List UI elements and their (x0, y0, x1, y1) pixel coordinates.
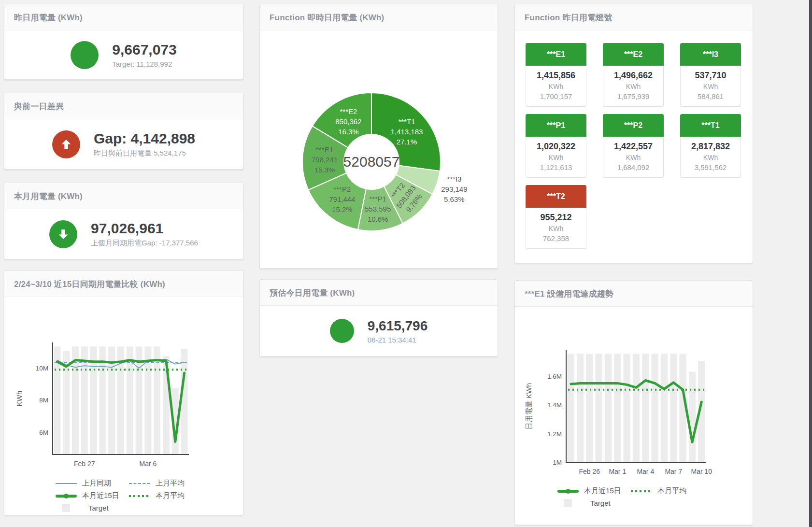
svg-text:1M: 1M (553, 459, 562, 466)
panel-yesterday-usage: 昨日用電量 (KWh) 9,667,073 Target: 11,128,992 (4, 4, 243, 80)
tile-unit: KWh (682, 83, 739, 90)
legend-dots-swatch (631, 490, 652, 492)
stat-subtext: 上個月同期用電Gap: -17,377,566 (91, 239, 198, 248)
tile-header-label: ***E2 (603, 43, 664, 66)
device-tile: ***I3537,710KWh584,861 (680, 43, 741, 107)
tile-body: 1,496,662KWh1,675,939 (603, 66, 664, 107)
trend-line-chart: 1M1.2M1.4M1.6MFeb 26Mar 1Mar 4Mar 7Mar 1… (519, 343, 731, 484)
svg-text:Feb 26: Feb 26 (579, 468, 600, 475)
tile-target: 1,684,092 (605, 163, 662, 171)
panel-title: 昨日用電量 (KWh) (4, 4, 243, 30)
device-tile: ***T12,817,832KWh3,591,562 (680, 114, 741, 178)
tile-unit: KWh (605, 83, 662, 90)
tile-unit: KWh (527, 225, 584, 232)
panel-title: Function 昨日用電燈號 (515, 4, 753, 30)
tile-unit: KWh (527, 83, 584, 90)
tile-unit: KWh (682, 154, 739, 161)
legend-box-swatch (564, 499, 572, 507)
tile-unit: KWh (527, 154, 584, 161)
stat-value: 9,615,796 (368, 318, 428, 334)
legend-item: 本月近15日 (557, 486, 631, 496)
legend-label: 本月平均 (156, 491, 185, 500)
tile-target: 762,358 (527, 234, 584, 242)
legend-item: 上月平均 (129, 479, 243, 488)
tile-body: 1,422,557KWh1,684,092 (603, 137, 664, 178)
tile-body: 955,212KWh762,358 (526, 208, 586, 249)
legend-thick-swatch (557, 490, 579, 493)
legend-dash-swatch (129, 483, 150, 484)
device-tiles-grid: ***E11,415,856KWh1,700,157***E21,496,662… (515, 30, 753, 249)
svg-text:1.2M: 1.2M (547, 430, 562, 438)
legend-dots-swatch (129, 495, 150, 497)
svg-text:KWh: KWh (15, 391, 23, 407)
stat-content: 9,615,796 06-21 15:34:41 (260, 306, 498, 356)
tile-header-label: ***P1 (526, 114, 586, 137)
stat-content: Gap: 4,142,898 昨日與前日用電量 5,524,175 (4, 119, 243, 169)
panel-title: Function 即時日用電量 (KWh) (260, 4, 498, 30)
legend-thick-swatch (56, 495, 77, 498)
tile-value: 537,710 (682, 71, 739, 81)
device-tile: ***P21,422,557KWh1,684,092 (603, 114, 664, 178)
panel-month-usage: 本月用電量 (KWh) 97,026,961 上個月同期用電Gap: -17,3… (4, 183, 243, 259)
panel-15day-comparison: 2/24~3/10 近15日同期用電量比較 (KWh) 6M8M10MFeb 2… (4, 271, 243, 515)
legend-item: Target (557, 499, 631, 507)
tile-target: 3,591,562 (682, 163, 739, 171)
status-circle-green (71, 41, 99, 69)
trend-chart-legend: 本月近15日本月平均Target (557, 486, 753, 507)
svg-text:5208057: 5208057 (343, 154, 400, 170)
svg-text:Mar 1: Mar 1 (609, 468, 626, 475)
stat-subtext: Target: 11,128,992 (112, 60, 176, 68)
device-tile: ***T2955,212KWh762,358 (526, 185, 586, 249)
stat-content: 97,026,961 上個月同期用電Gap: -17,377,566 (4, 209, 243, 259)
legend-label: 上月同期 (82, 479, 111, 488)
donut-chart: ***T11,413,18327.1%***I3293,1495.63%***T… (260, 36, 498, 249)
vertical-scrollbar[interactable] (809, 0, 812, 527)
legend-item: 本月近15日 (56, 491, 129, 500)
legend-box-swatch (62, 504, 70, 512)
tile-header-label: ***E1 (526, 43, 586, 66)
legend-label: 本月近15日 (584, 486, 621, 496)
legend-line-swatch (56, 483, 77, 484)
panel-title: 與前一日差異 (4, 93, 243, 119)
status-circle-green (330, 319, 354, 343)
tile-target: 1,675,939 (605, 92, 662, 100)
legend-label: Target (88, 504, 109, 512)
tile-header-label: ***I3 (680, 43, 741, 66)
stat-value: 97,026,961 (91, 220, 198, 237)
svg-text:Mar 7: Mar 7 (665, 468, 682, 475)
panel-title: 本月用電量 (KWh) (4, 183, 243, 209)
svg-text:10M: 10M (36, 365, 48, 372)
stat-timestamp: 06-21 15:34:41 (368, 336, 428, 344)
legend-item: 本月平均 (129, 491, 243, 500)
svg-text:Feb 27: Feb 27 (74, 460, 95, 468)
svg-text:8M: 8M (39, 397, 48, 404)
svg-text:1.6M: 1.6M (547, 373, 562, 380)
svg-text:日用電量 KWh: 日用電量 KWh (525, 383, 533, 430)
panel-device-lights: Function 昨日用電燈號 ***E11,415,856KWh1,700,1… (514, 4, 753, 263)
panel-today-estimate: 預估今日用電量 (KWh) 9,615,796 06-21 15:34:41 (259, 279, 498, 356)
tile-target: 584,861 (682, 92, 739, 100)
legend-label: Target (590, 499, 611, 507)
tile-header-label: ***P2 (603, 114, 664, 137)
arrow-up-icon (52, 130, 80, 158)
stat-value: 9,667,073 (112, 42, 176, 58)
tile-unit: KWh (605, 154, 662, 161)
tile-target: 1,121,613 (527, 163, 584, 171)
legend-item: 本月平均 (631, 486, 753, 496)
svg-text:Mar 4: Mar 4 (637, 468, 654, 475)
arrow-down-icon (49, 220, 77, 248)
panel-e1-trend: ***E1 設備用電達成趨勢 1M1.2M1.4M1.6MFeb 26Mar 1… (514, 280, 753, 525)
panel-realtime-donut: Function 即時日用電量 (KWh) ***T11,413,18327.1… (259, 4, 498, 269)
panel-title: ***E1 設備用電達成趨勢 (515, 281, 753, 307)
tile-body: 2,817,832KWh3,591,562 (680, 137, 741, 178)
tile-body: 1,415,856KWh1,700,157 (526, 66, 586, 107)
svg-text:6M: 6M (39, 429, 48, 436)
svg-text:***I3293,1495.63%: ***I3293,1495.63% (441, 175, 467, 203)
legend-label: 本月平均 (657, 486, 686, 496)
svg-text:Mar 10: Mar 10 (691, 468, 712, 475)
panel-prev-day-gap: 與前一日差異 Gap: 4,142,898 昨日與前日用電量 5,524,175 (4, 93, 243, 170)
stat-value: Gap: 4,142,898 (94, 130, 195, 147)
svg-text:Mar 6: Mar 6 (140, 460, 157, 468)
device-tile: ***E21,496,662KWh1,675,939 (603, 43, 664, 107)
stat-subtext: 昨日與前日用電量 5,524,175 (94, 149, 195, 158)
